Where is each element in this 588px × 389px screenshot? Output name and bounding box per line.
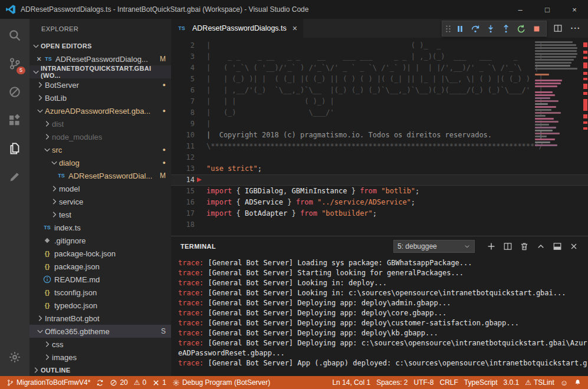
tree-item-css[interactable]: css xyxy=(29,338,171,351)
open-editors-header[interactable]: OPEN EDITORS xyxy=(29,39,171,52)
line-number: 9 xyxy=(171,118,195,130)
tree-item-azureadpasswordreset-gba-[interactable]: AzureADPasswordReset.gba...● xyxy=(29,104,171,117)
status-eol[interactable]: CRLF xyxy=(437,376,461,389)
code-line-6[interactable]: 6| | ,__/'(_) `\__,_)`\__ |(_) (_) (_)`\… xyxy=(171,85,588,96)
tree-item-images[interactable]: images xyxy=(29,351,171,364)
status-indentation[interactable]: Spaces: 2 xyxy=(373,376,410,389)
tree-item-dialog[interactable]: dialog● xyxy=(29,156,171,169)
split-button[interactable] xyxy=(550,21,566,36)
status-git-branch[interactable]: MigrationToBotFmwV4* xyxy=(4,376,93,389)
tree-item-intranetbot-gbot[interactable]: IntranetBot.gbot xyxy=(29,312,171,325)
tree-item-dist[interactable]: dist xyxy=(29,117,171,130)
status-tasks[interactable]: 1 xyxy=(149,376,169,389)
activity-item-source-control[interactable]: 5 xyxy=(0,50,29,78)
code-line-5[interactable]: 5| | (_) )| | ( (_| |( (_) || ( ) ( ) |(… xyxy=(171,74,588,85)
tree-item-package-json[interactable]: {}package.json xyxy=(29,260,171,273)
close-icon[interactable]: × xyxy=(34,55,44,63)
terminal-output[interactable]: trace: [General Bot Server] Loading sys … xyxy=(171,256,588,376)
debug-grip-button[interactable] xyxy=(444,21,452,36)
tree-item--gitignore[interactable]: .gitignore xyxy=(29,234,171,247)
terminal-chevron-up-button[interactable] xyxy=(533,238,549,255)
minimize-button[interactable]: – xyxy=(507,0,534,19)
status-language-mode[interactable]: TypeScript xyxy=(461,376,501,389)
code-line-12[interactable]: 12 xyxy=(171,152,588,163)
status-label: 1 xyxy=(162,378,166,387)
status-debug-configuration[interactable]: Debug Program (BotServer) xyxy=(169,376,273,389)
line-number: 16 xyxy=(171,197,195,208)
tree-item-adresetpassworddial-[interactable]: TSADResetPasswordDial...M xyxy=(29,169,171,182)
activity-item-edit[interactable] xyxy=(0,163,29,191)
activity-item-extensions[interactable] xyxy=(0,106,29,134)
terminal-plus-button[interactable] xyxy=(483,238,500,255)
terminal-split-button[interactable] xyxy=(500,238,516,255)
tree-item-tsconfig-json[interactable]: {}tsconfig.json xyxy=(29,286,171,299)
code-line-7[interactable]: 7| | | ( )_) | | xyxy=(171,96,588,107)
tab-close-icon[interactable]: × xyxy=(293,24,297,33)
code-line-2[interactable]: 2| ( )_ _ | xyxy=(171,40,588,51)
debug-pause-button[interactable] xyxy=(452,21,468,36)
status-errors[interactable]: 20 xyxy=(107,376,130,389)
status-warnings[interactable]: ⚠0 xyxy=(131,376,149,389)
code-editor[interactable]: 2| ( )_ _ |3| _ _ _ __ _ _ __ ___ ___ _ … xyxy=(171,38,588,236)
code-line-15[interactable]: 15import { IGBDialog, GBMinInstance } fr… xyxy=(171,186,588,197)
maximize-button[interactable]: □ xyxy=(534,0,561,19)
code-line-4[interactable]: 4| ( '_`\ ( '__)/'_` ) /'_`\/' _ ` _ `\ … xyxy=(171,62,588,74)
terminal-trash-button[interactable] xyxy=(516,238,533,255)
tree-item-typedoc-json[interactable]: {}typedoc.json xyxy=(29,299,171,312)
code-line-3[interactable]: 3| _ _ _ __ _ _ __ ___ ___ _ _ | ,_)(_) … xyxy=(171,51,588,62)
tree-item-label: model xyxy=(59,184,80,193)
debug-restart-button[interactable] xyxy=(514,21,529,36)
tree-item-package-lock-json[interactable]: {}package-lock.json xyxy=(29,247,171,260)
status-encoding[interactable]: UTF-8 xyxy=(411,376,437,389)
activity-item-search[interactable] xyxy=(0,21,29,50)
tree-item-office365-gbtheme[interactable]: Office365.gbthemeS xyxy=(29,325,171,338)
status-sync[interactable] xyxy=(93,376,107,389)
tree-item-botserver[interactable]: BotServer● xyxy=(29,78,171,91)
minimap[interactable] xyxy=(534,38,581,236)
code-line-16[interactable]: 16import { ADService } from "../service/… xyxy=(171,197,588,208)
settings-button[interactable] xyxy=(0,343,29,371)
code-line-13[interactable]: 13"use strict"; xyxy=(171,163,588,174)
open-editor-item[interactable]: ×TSADResetPasswordDialog...M xyxy=(29,52,171,65)
error-mark xyxy=(583,57,587,59)
ts-file-icon: TS xyxy=(57,173,66,179)
tree-item-node-modules[interactable]: node_modules xyxy=(29,130,171,143)
debug-step-into-button[interactable] xyxy=(483,21,498,36)
workspace-section-header[interactable]: INTRANETBOTQUICKSTART.GBAI (WO... xyxy=(29,65,171,78)
tab-label: ADResetPasswordDialogs.ts xyxy=(192,24,287,32)
tree-item-botlib[interactable]: BotLib xyxy=(29,91,171,104)
status-feedback[interactable]: ☺ xyxy=(557,376,571,389)
code-line-9[interactable]: 9| | xyxy=(171,118,588,130)
status-notifications[interactable] xyxy=(571,376,584,389)
tree-item-readme-md[interactable]: README.md xyxy=(29,273,171,286)
status-cursor-position[interactable]: Ln 14, Col 1 xyxy=(329,376,373,389)
debug-step-over-button[interactable] xyxy=(468,21,483,36)
code-line-17[interactable]: 17import { BotAdapter } from "botbuilder… xyxy=(171,208,588,219)
code-line-11[interactable]: 11\*************************************… xyxy=(171,141,588,152)
terminal-selector-dropdown[interactable]: 5: debuggee xyxy=(393,240,475,253)
outline-section-header[interactable]: OUTLINE xyxy=(29,364,171,376)
terminal-tab[interactable]: TERMINAL xyxy=(180,243,216,250)
tree-item-test[interactable]: test xyxy=(29,208,171,221)
tree-item-src[interactable]: src● xyxy=(29,143,171,156)
terminal-panel-button[interactable] xyxy=(549,238,566,255)
json-file-icon: {} xyxy=(42,302,52,309)
code-line-10[interactable]: 10| Copyright 2018 (c) pragmatismo.io. T… xyxy=(171,130,588,141)
code-line-8[interactable]: 8| (_) \___/' | xyxy=(171,107,588,118)
terminal-close-x-button[interactable] xyxy=(566,238,582,255)
ellipsis-button[interactable]: ··· xyxy=(568,21,583,36)
activity-item-debug[interactable] xyxy=(0,78,29,106)
code-line-18[interactable]: 18 xyxy=(171,219,588,230)
debug-stop-button[interactable] xyxy=(529,21,544,36)
tree-item-index-ts[interactable]: TSindex.ts xyxy=(29,221,171,234)
activity-item-explorer[interactable] xyxy=(0,134,29,163)
status-tslint[interactable]: ⚠TSLint xyxy=(522,376,557,389)
editor-tab[interactable]: TS ADResetPasswordDialogs.ts × xyxy=(171,19,303,38)
code-line-14[interactable]: 14 xyxy=(171,174,588,186)
tree-item-service[interactable]: service xyxy=(29,195,171,208)
tree-item-model[interactable]: model xyxy=(29,182,171,195)
debug-step-out-button[interactable] xyxy=(498,21,514,36)
close-window-button[interactable]: × xyxy=(561,0,588,19)
error-mark xyxy=(583,92,587,95)
status-ts-version[interactable]: 3.0.1 xyxy=(501,376,523,389)
